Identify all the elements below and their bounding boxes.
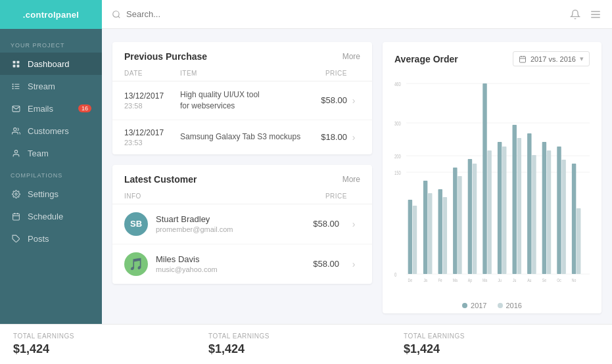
menu-icon[interactable]	[590, 9, 601, 20]
search-input[interactable]	[126, 9, 258, 19]
purchase-date-1: 13/12/2017 23:58	[124, 91, 180, 110]
stat-label-3: TOTAL EARNINGS	[404, 332, 599, 340]
bottom-bar: TOTAL EARNINGS $1,424 TOTAL EARNINGS $1,…	[0, 324, 612, 364]
legend-item-2016: 2016	[498, 302, 522, 309]
sidebar-item-schedule[interactable]: Schedule	[0, 205, 102, 227]
svg-rect-8	[16, 64, 19, 67]
col-header-info: INFO	[124, 193, 301, 200]
date-filter[interactable]: 2017 vs. 2016 ▾	[513, 51, 590, 66]
sidebar-label-settings: Settings	[28, 189, 59, 199]
latest-customer-table-header: INFO PRICE	[112, 193, 372, 204]
table-row[interactable]: 13/12/2017 23:58 High quality UI/UX tool…	[112, 81, 372, 120]
app-brand: .controlpanel	[0, 0, 102, 29]
chevron-down-icon: ▾	[580, 55, 584, 63]
svg-text:Oc: Oc	[557, 277, 561, 283]
sidebar-item-dashboard[interactable]: Dashboard	[0, 53, 102, 75]
col-header-price: PRICE	[301, 70, 347, 77]
svg-point-0	[113, 11, 119, 16]
purchase-arrow-2: ›	[347, 132, 360, 143]
stat-1: TOTAL EARNINGS $1,424	[13, 332, 208, 356]
svg-text:Au: Au	[527, 277, 532, 283]
previous-purchase-card: Previous Purchase More DATE ITEM PRICE 1…	[112, 42, 372, 154]
svg-rect-70	[572, 164, 576, 274]
person-icon	[11, 148, 21, 158]
table-row[interactable]: 13/12/2017 23:53 Samsung Galaxy Tab S3 m…	[112, 120, 372, 154]
svg-point-16	[14, 150, 17, 152]
svg-rect-41	[428, 193, 432, 274]
svg-line-1	[118, 16, 120, 18]
svg-rect-55	[498, 142, 502, 274]
latest-customer-more[interactable]: More	[342, 175, 360, 184]
date-filter-label: 2017 vs. 2016	[530, 55, 576, 63]
legend-dot-2016	[498, 303, 503, 308]
sidebar-item-customers[interactable]: Customers	[0, 120, 102, 142]
svg-rect-52	[483, 83, 486, 274]
latest-customer-header: Latest Customer More	[112, 165, 372, 193]
col-header-arrow	[347, 70, 360, 77]
svg-rect-62	[532, 155, 536, 274]
svg-point-17	[14, 193, 16, 194]
svg-text:Fe: Fe	[438, 277, 442, 283]
avatar: 🎵	[124, 252, 148, 276]
legend-dot-2017	[462, 303, 467, 308]
chart-legend: 2017 2016	[383, 296, 601, 313]
svg-text:460: 460	[394, 81, 401, 88]
chart-card: Average Order 2017 vs. 2016 ▾ 460 300 20…	[383, 42, 601, 313]
svg-rect-59	[517, 138, 521, 274]
sidebar: YOUR PROJECT Dashboard Stream Emails 16	[0, 29, 102, 324]
stat-value-2: $1,424	[208, 342, 404, 356]
svg-rect-53	[487, 150, 491, 274]
emails-badge: 16	[78, 104, 91, 112]
sidebar-label-stream: Stream	[28, 81, 55, 91]
svg-point-14	[12, 88, 13, 89]
app-name: .controlpanel	[23, 10, 80, 20]
svg-rect-23	[519, 57, 525, 62]
previous-purchase-table-header: DATE ITEM PRICE	[112, 70, 372, 81]
chart-title: Average Order	[394, 54, 458, 64]
sidebar-item-posts[interactable]: Posts	[0, 227, 102, 250]
previous-purchase-title: Previous Purchase	[124, 51, 207, 62]
svg-rect-18	[12, 214, 19, 220]
mail-icon	[11, 103, 21, 114]
svg-text:Ma: Ma	[453, 277, 458, 283]
svg-rect-65	[547, 150, 551, 274]
sidebar-item-emails[interactable]: Emails 16	[0, 97, 102, 120]
right-column: Average Order 2017 vs. 2016 ▾ 460 300 20…	[383, 42, 601, 313]
svg-rect-50	[473, 164, 477, 274]
left-column: Previous Purchase More DATE ITEM PRICE 1…	[112, 42, 372, 313]
svg-rect-47	[458, 176, 461, 274]
purchase-date-2: 13/12/2017 23:53	[124, 128, 180, 147]
topbar-right	[570, 9, 601, 20]
svg-point-12	[12, 83, 13, 84]
bell-icon[interactable]	[570, 9, 580, 20]
customer-row[interactable]: SB Stuart Bradley promember@gmail.com $5…	[112, 204, 372, 244]
svg-text:Ap: Ap	[468, 277, 473, 284]
calendar-filter-icon	[519, 55, 527, 63]
sidebar-item-team[interactable]: Team	[0, 142, 102, 164]
customer-price-1: $58.00	[293, 219, 339, 229]
sidebar-item-stream[interactable]: Stream	[0, 75, 102, 97]
main-content: Previous Purchase More DATE ITEM PRICE 1…	[102, 29, 612, 324]
svg-rect-6	[16, 60, 19, 63]
stat-value-1: $1,424	[13, 342, 208, 356]
svg-rect-67	[557, 147, 561, 274]
list-icon	[11, 81, 21, 91]
svg-point-13	[12, 85, 13, 86]
sidebar-label-emails: Emails	[28, 104, 53, 114]
purchase-item-1: High quality UI/UX toolfor webservices	[180, 89, 301, 112]
search-icon	[112, 10, 121, 19]
purchase-price-1: $58.00	[301, 95, 347, 105]
svg-text:200: 200	[394, 153, 401, 160]
purchase-arrow-1: ›	[347, 95, 360, 106]
sidebar-item-settings[interactable]: Settings	[0, 183, 102, 205]
svg-rect-49	[468, 159, 472, 274]
customer-row[interactable]: 🎵 Miles Davis music@yahoo.com $58.00 ›	[112, 244, 372, 284]
previous-purchase-more[interactable]: More	[342, 52, 360, 61]
stat-label-1: TOTAL EARNINGS	[13, 332, 208, 340]
chart-area: 460 300 200 150 0	[383, 73, 601, 296]
col-header-date: DATE	[124, 70, 180, 77]
sidebar-section-project: YOUR PROJECT	[0, 34, 102, 53]
svg-text:No: No	[572, 277, 577, 283]
svg-text:0: 0	[394, 271, 396, 279]
customer-arrow-1: ›	[347, 219, 360, 229]
